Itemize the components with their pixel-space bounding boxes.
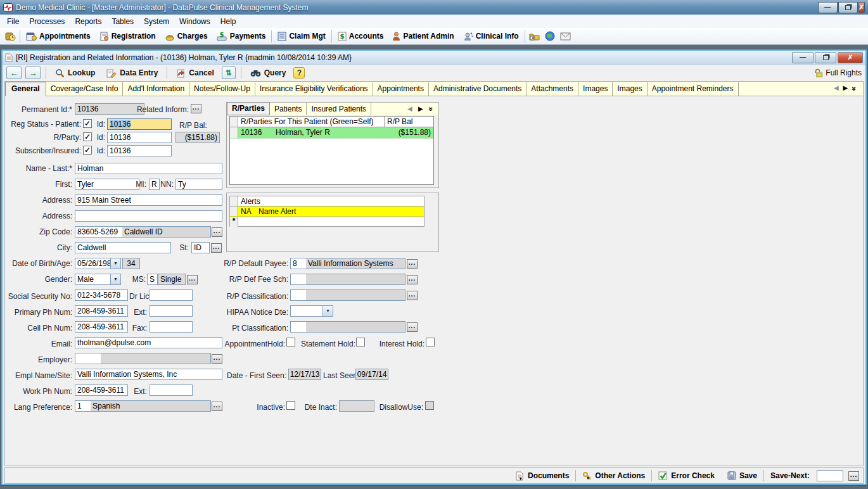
- menu-file[interactable]: File: [2, 16, 24, 27]
- disallow-use-checkbox[interactable]: [425, 401, 434, 410]
- tab-coverage-case-info[interactable]: Coverage/Case Info: [46, 82, 124, 96]
- tab-insurance-eligibility[interactable]: Insurance Eligibility Verifications: [255, 82, 373, 96]
- rparty-row-self[interactable]: 10136 Holman, Tyler R ($151.88): [230, 127, 433, 139]
- rp-classification-field[interactable]: [290, 289, 405, 301]
- other-actions-button[interactable]: ▾ Other Actions: [576, 471, 651, 480]
- tab-images-1[interactable]: Images: [578, 82, 613, 96]
- ssn-field[interactable]: 012-34-5678: [75, 289, 128, 301]
- rp-bal-column-header[interactable]: R/P Bal: [384, 117, 433, 127]
- empl-name-field[interactable]: Valli Information Systems, Inc: [75, 369, 222, 380]
- ext2-field[interactable]: [150, 384, 193, 396]
- zip-code-field[interactable]: 83605-5269 Caldwell ID: [75, 226, 211, 238]
- mi-field[interactable]: R: [149, 179, 160, 190]
- tab-notes-follow-up[interactable]: Notes/Follow-Up: [189, 82, 255, 96]
- pt-classification-field[interactable]: [290, 321, 405, 333]
- rp-def-fee-sch-field[interactable]: [290, 274, 405, 285]
- save-next-ellipsis-button[interactable]: ...: [848, 471, 859, 481]
- rparties-scroll-right-icon[interactable]: ▶: [418, 105, 423, 112]
- shortcut-folder-icon[interactable]: [527, 30, 542, 42]
- lookup-button[interactable]: Lookup: [51, 68, 99, 79]
- charges-button[interactable]: Charges: [160, 30, 212, 42]
- statement-hold-checkbox[interactable]: [356, 338, 365, 346]
- tab-appointments[interactable]: Appointments: [373, 82, 429, 96]
- appointments-button[interactable]: Appointments: [22, 30, 95, 42]
- ms-ellipsis-button[interactable]: ...: [187, 275, 198, 284]
- dob-dropdown-icon[interactable]: ▼: [110, 258, 120, 269]
- tab-scroll-right-icon[interactable]: ▶: [843, 84, 848, 93]
- tab-addl-information[interactable]: Add'l Information: [123, 82, 189, 96]
- ext1-field[interactable]: [150, 305, 193, 317]
- reg-status-patient-checkbox[interactable]: ✓: [83, 119, 92, 128]
- rp-classification-ellipsis-button[interactable]: ...: [407, 291, 418, 300]
- address1-field[interactable]: 915 Main Street: [75, 194, 222, 206]
- menu-reports[interactable]: Reports: [70, 16, 106, 27]
- lang-pref-field[interactable]: 1 Spanish: [75, 400, 211, 412]
- help-button[interactable]: ?: [293, 67, 305, 79]
- schedule-icon[interactable]: [3, 30, 18, 42]
- address2-field[interactable]: [75, 210, 222, 222]
- tab-list-icon[interactable]: »: [850, 87, 859, 91]
- st-field[interactable]: ID: [191, 242, 210, 253]
- error-check-button[interactable]: Error Check: [652, 471, 721, 480]
- patient-id-field[interactable]: 10136: [107, 118, 172, 130]
- fax-field[interactable]: [150, 321, 193, 333]
- alert-new-row[interactable]: *: [230, 217, 424, 227]
- rp-default-payee-field[interactable]: 8 Valli Information Systems: [290, 258, 405, 269]
- menu-windows[interactable]: Windows: [174, 16, 215, 27]
- tab-images-2[interactable]: Images: [613, 82, 647, 96]
- documents-button[interactable]: ▾ Documents: [509, 471, 575, 481]
- close-button[interactable]: ✗: [858, 2, 865, 13]
- gender-combo[interactable]: Male ▼: [75, 274, 121, 285]
- rp-def-fee-sch-ellipsis-button[interactable]: ...: [407, 275, 418, 284]
- tab-general[interactable]: General: [5, 82, 46, 96]
- menu-processes[interactable]: Processes: [24, 16, 70, 27]
- child-minimize-button[interactable]: —: [792, 52, 814, 63]
- related-inform-ellipsis-button[interactable]: ...: [191, 104, 201, 113]
- last-name-field[interactable]: Holman: [75, 163, 222, 174]
- work-ph-field[interactable]: 208-459-3611: [75, 384, 128, 396]
- tab-appointment-reminders[interactable]: Appointment Reminders: [648, 82, 739, 96]
- row-selector[interactable]: [230, 127, 238, 138]
- save-next-input[interactable]: [817, 470, 843, 481]
- rparties-list-icon[interactable]: »: [426, 107, 435, 111]
- menu-help[interactable]: Help: [215, 16, 241, 27]
- query-button[interactable]: Query: [246, 68, 290, 78]
- alert-row[interactable]: NA Name Alert: [230, 206, 424, 217]
- tab-administrative-documents[interactable]: Administrative Documents: [429, 82, 527, 96]
- cancel-button[interactable]: Cancel: [172, 68, 217, 79]
- alerts-column-header[interactable]: Alerts: [238, 196, 424, 206]
- dr-lic-field[interactable]: [150, 289, 193, 301]
- save-button[interactable]: Save: [721, 471, 763, 480]
- accounts-button[interactable]: $Accounts: [333, 30, 388, 42]
- restore-button[interactable]: [838, 2, 858, 13]
- gender-dropdown-icon[interactable]: ▼: [110, 274, 120, 284]
- tab-insured-patients[interactable]: Insured Patients: [307, 103, 371, 115]
- employer-ellipsis-button[interactable]: ...: [212, 354, 222, 364]
- interest-hold-checkbox[interactable]: [426, 338, 435, 346]
- rparties-main-column-header[interactable]: R/Parties For This Patient (Green=Self): [238, 117, 384, 127]
- nn-field[interactable]: Ty: [176, 179, 222, 190]
- tab-patients[interactable]: Patients: [270, 103, 307, 115]
- rparty-id-field[interactable]: 10136: [107, 132, 172, 143]
- zip-ellipsis-button[interactable]: ...: [212, 227, 222, 237]
- menu-tables[interactable]: Tables: [106, 16, 139, 27]
- pt-classification-ellipsis-button[interactable]: ...: [407, 322, 418, 332]
- web-globe-icon[interactable]: [542, 30, 558, 42]
- patient-admin-button[interactable]: Patient Admin: [388, 30, 458, 42]
- cell-ph-field[interactable]: 208-459-3611: [75, 321, 128, 333]
- rp-default-payee-ellipsis-button[interactable]: ...: [407, 259, 418, 269]
- rparties-scroll-left-icon[interactable]: ◀: [407, 105, 412, 112]
- claim-mgt-button[interactable]: Claim Mgt: [273, 30, 329, 42]
- registration-button[interactable]: Registration: [95, 30, 160, 42]
- tab-attachments[interactable]: Attachments: [527, 82, 578, 96]
- child-restore-button[interactable]: [815, 52, 836, 63]
- employer-field[interactable]: [75, 353, 211, 364]
- city-field[interactable]: Caldwell: [75, 242, 171, 253]
- tab-rparties[interactable]: R/Parties: [227, 102, 270, 115]
- row-selector[interactable]: [230, 206, 238, 216]
- inactive-checkbox[interactable]: [286, 401, 295, 410]
- data-entry-button[interactable]: Data Entry: [103, 68, 162, 79]
- refresh-button[interactable]: ⇅: [222, 67, 236, 79]
- primary-ph-field[interactable]: 208-459-3611: [75, 305, 128, 317]
- appointment-hold-checkbox[interactable]: [286, 338, 295, 346]
